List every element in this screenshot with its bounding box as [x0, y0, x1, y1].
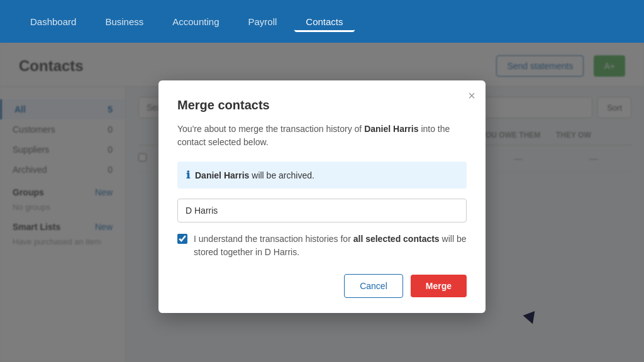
nav-payroll[interactable]: Payroll	[236, 11, 288, 32]
confirmation-checkbox[interactable]	[177, 234, 187, 244]
top-navigation: Dashboard Business Accounting Payroll Co…	[0, 0, 644, 43]
modal-description: You're about to merge the transaction hi…	[177, 123, 467, 149]
nav-contacts[interactable]: Contacts	[294, 11, 354, 32]
cancel-button[interactable]: Cancel	[344, 274, 403, 298]
confirmation-checkbox-row: I understand the transaction histories f…	[177, 233, 467, 259]
modal-overlay: × Merge contacts You're about to merge t…	[0, 43, 644, 362]
nav-accounting[interactable]: Accounting	[161, 11, 230, 32]
merge-button[interactable]: Merge	[411, 275, 467, 297]
info-icon: ℹ	[186, 169, 190, 181]
modal-close-button[interactable]: ×	[468, 89, 475, 102]
merge-contacts-modal: × Merge contacts You're about to merge t…	[158, 80, 486, 313]
merge-contact-input[interactable]	[177, 199, 467, 222]
nav-dashboard[interactable]: Dashboard	[19, 11, 87, 32]
modal-footer: Cancel Merge	[177, 274, 467, 298]
modal-title: Merge contacts	[177, 98, 467, 112]
page-background: Contacts Send statements A+ All 5 Custom…	[0, 43, 644, 362]
nav-business[interactable]: Business	[94, 11, 155, 32]
archive-info-box: ℹ Daniel Harris will be archived.	[177, 162, 467, 189]
